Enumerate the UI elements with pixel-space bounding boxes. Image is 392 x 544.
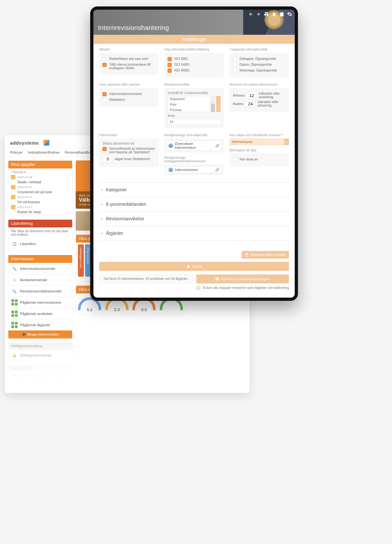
chk-tillat-kommentarer[interactable]: Tillåt interna kommentarer till mottagar… (102, 63, 155, 70)
nav-avvikelse[interactable]: ⚠Avvikelseöversikt (8, 274, 72, 285)
grid-icon (11, 321, 18, 329)
nav-revomrade[interactable]: 🔍Revisionsområdesöversikt (8, 285, 72, 297)
nav-oversikt[interactable]: 🔍Internrevisionsöversikt (8, 263, 72, 274)
create-internrevision-button[interactable]: ➕ Skapa internrevision (8, 330, 72, 339)
chk-iso9001[interactable]: ISO 9001 (167, 57, 220, 61)
list-option[interactable]: Dokument (168, 96, 209, 102)
nav-pagaende-rev[interactable]: Pågående internrevisioner (8, 297, 72, 308)
chk-label: Genomförande av internrevision som baser… (109, 147, 155, 154)
arkivera-input[interactable] (246, 92, 257, 99)
task-row[interactable]: 2023-04-07 (11, 204, 70, 210)
checkbox-icon[interactable] (167, 63, 172, 67)
page-title: Internrevisionshantering (98, 24, 169, 32)
avslutade-button[interactable]: Avslutade intern revision (242, 251, 289, 259)
link-icon[interactable]: 🔗 (215, 144, 220, 148)
section-mottag-label: Redigera/ange mottagarroller/internrevis… (164, 156, 224, 163)
chk-label: Kan läsas av (240, 157, 258, 161)
caret-right-icon: ▸ (101, 232, 103, 235)
chk-deltagare[interactable]: Deltagare, Öppningsmöte (233, 57, 286, 61)
checkbox-icon[interactable] (102, 63, 107, 67)
overvakare-role[interactable]: Övervakare internrevision 🔗 (166, 140, 222, 151)
checkbox-icon[interactable] (167, 69, 172, 73)
task-icon (11, 195, 15, 199)
acc-kategorier[interactable]: ▸Kategorier (99, 183, 289, 197)
mottagare-role[interactable]: Internrevisorer 🔗 (166, 166, 222, 173)
clipboard-icon[interactable] (279, 12, 284, 17)
back-icon[interactable] (248, 12, 253, 17)
bitradande-select[interactable]: Internrevisorer ▾ (230, 138, 289, 145)
print-icon[interactable] (264, 12, 269, 17)
acc-revisionsavvikelse[interactable]: ▸Revisionsavvikelse (99, 212, 289, 226)
chk-noteringar[interactable]: Noteringar, Öppningsmöte (233, 69, 286, 73)
days-input[interactable] (102, 156, 113, 162)
remove-option-button[interactable]: − (216, 96, 221, 112)
trash-icon[interactable] (272, 12, 277, 17)
tab-instruktioner[interactable]: Instruktioner/Rutiner (28, 150, 60, 154)
caret-right-icon: ▸ (101, 188, 103, 191)
revomrade-listbox[interactable]: Dokument Krav Process Revisionsområde (167, 96, 209, 112)
list-option[interactable]: Krav (168, 102, 209, 107)
svg-rect-7 (15, 314, 17, 317)
checkbox-icon[interactable] (167, 57, 172, 61)
role-label: Övervakare internrevision (175, 142, 213, 149)
antal-input[interactable] (167, 119, 220, 125)
tab-policyer[interactable]: Policyer (10, 150, 23, 154)
header-toolbar (248, 12, 292, 17)
list-option[interactable]: Process (168, 107, 209, 112)
acc-atgarder[interactable]: ▸Åtgärder (99, 226, 289, 241)
chk-datum[interactable]: Datum, Öppningsmöte (233, 63, 286, 67)
tab-personalhandbok[interactable]: Personalhandbok (65, 150, 92, 154)
nodlage-link[interactable]: 🔔Nödlägesberedskap (8, 349, 72, 361)
checkbox-icon[interactable] (233, 57, 237, 61)
checkbox-icon[interactable] (233, 69, 237, 73)
acc-epost[interactable]: ▸E-postmeddelanden (99, 197, 289, 212)
process-lane-1[interactable]: Ledningsprocess (78, 244, 84, 277)
checkbox-icon[interactable] (102, 57, 107, 61)
task-icon (11, 185, 15, 189)
checkbox-icon[interactable] (196, 286, 200, 290)
section-arkiv-label: Arkivera och radera internrevision (230, 83, 278, 86)
nav-label: Internrevisionsöversikt (20, 267, 55, 271)
delete-all-row[interactable]: Ta bort alla skapade revisioner samt åtg… (99, 286, 289, 290)
checkbox-icon[interactable] (102, 147, 107, 151)
chk-iso14001[interactable]: ISO 14001 (167, 63, 220, 67)
chk-iso45001[interactable]: ISO 45001 (167, 69, 220, 73)
brand-logo-icon (43, 140, 49, 146)
save-label: Spara (192, 264, 202, 268)
nyheter-headline[interactable]: Tre pågare häktade efter bombrazzia (8, 372, 72, 379)
svg-rect-0 (11, 299, 14, 302)
checkbox-icon[interactable] (102, 92, 107, 96)
nav-label: Pågående avvikelser (20, 312, 53, 316)
chk-kan-lasas-av[interactable]: Kan läsas av (233, 157, 286, 162)
nav-pagaende-avv[interactable]: Pågående avvikelser (8, 308, 72, 319)
task-text: V-tryckeriet slut på toner (11, 190, 70, 194)
gear-icon[interactable] (287, 12, 292, 17)
gauge-value: 2.3 (108, 307, 126, 312)
arkivera-row: Arkivera månad/er efter avslutning (233, 92, 286, 99)
task-date: 2023-04-07 (17, 196, 32, 199)
deactivate-button[interactable]: Inaktivera revisionshanteringen (196, 274, 289, 283)
task-icon (11, 205, 15, 209)
save-button[interactable]: Spara (99, 262, 289, 271)
chk-genomforande[interactable]: Genomförande av internrevision som baser… (102, 147, 155, 154)
mina-uppgifter-header: Mina uppgifter (8, 161, 72, 168)
chk-revnummer[interactable]: Internrevisionsnummer (102, 92, 155, 96)
nav-pagaende-atg[interactable]: Pågående åtgärder (8, 319, 72, 330)
radera-input[interactable] (245, 100, 255, 107)
task-row[interactable]: 2023-04-07 (11, 194, 70, 200)
chk-rubrik-tomt[interactable]: Rubrik/Namn ska vara tomt (102, 57, 155, 61)
task-row[interactable]: 2023-04-07 (11, 184, 70, 190)
task-row[interactable]: 2023-04-06 (11, 174, 70, 180)
chk-startdatum[interactable]: Startdatum (102, 98, 155, 102)
chevron-down-icon[interactable]: ▾ (284, 138, 289, 145)
checkbox-icon[interactable] (102, 98, 107, 102)
checkbox-icon[interactable] (233, 157, 237, 162)
scrollbar[interactable] (211, 104, 215, 112)
checkbox-icon[interactable] (233, 63, 237, 67)
page-subtitle: Inställningar (93, 35, 295, 44)
add-icon[interactable] (256, 12, 261, 17)
uppgifter-filter[interactable]: Ärende (13, 170, 23, 174)
laskvittering-card: Läskvittering Här hittar du dokument som… (8, 219, 72, 252)
laskvitton-link[interactable]: 📋 Läskvitton (11, 238, 70, 249)
link-icon[interactable]: 🔗 (215, 168, 220, 172)
